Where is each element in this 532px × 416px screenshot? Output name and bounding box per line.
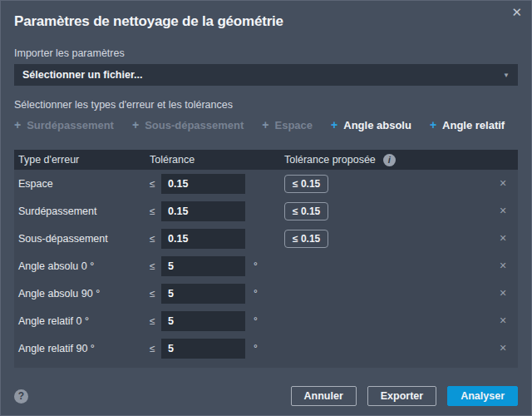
error-type-toggle-label: Sous-dépassement xyxy=(145,119,244,131)
proposed-tolerance-cell: ≤ 0.15 xyxy=(284,230,328,248)
error-type-toggle-bar: + Surdépassement + Sous-dépassement + Es… xyxy=(14,118,518,131)
tolerance-input[interactable] xyxy=(161,201,245,221)
table-row: Angle relatif 90 ° ≤ ° ✕ xyxy=(14,334,518,362)
operator-label: ≤ xyxy=(150,288,161,300)
tolerance-input[interactable] xyxy=(161,256,245,276)
error-type-label: Sous-dépassement xyxy=(18,233,150,245)
proposed-tolerance-cell: ≤ 0.15 xyxy=(284,202,328,220)
proposed-tolerance-cell: ≤ 0.15 xyxy=(284,175,328,193)
table-row: Angle absolu 90 ° ≤ ° ✕ xyxy=(14,280,518,307)
tolerance-input[interactable] xyxy=(161,339,245,359)
remove-row-icon[interactable]: ✕ xyxy=(495,206,511,216)
proposed-tolerance-button[interactable]: ≤ 0.15 xyxy=(284,175,328,193)
error-type-toggle[interactable]: + Espace xyxy=(262,118,313,131)
column-header-proposed: Tolérance proposée xyxy=(284,154,376,166)
error-type-label: Angle absolu 0 ° xyxy=(18,260,150,272)
plus-icon: + xyxy=(14,118,21,131)
error-type-toggle-label: Angle absolu xyxy=(343,119,411,131)
unit-label: ° xyxy=(245,288,284,300)
operator-label: ≤ xyxy=(150,233,161,245)
error-type-label: Angle absolu 90 ° xyxy=(18,288,150,300)
error-types-label: Sélectionner les types d'erreur et les t… xyxy=(14,99,518,111)
error-type-label: Angle relatif 0 ° xyxy=(18,315,150,327)
error-type-toggle[interactable]: + Sous-dépassement xyxy=(132,118,244,131)
table-header: Type d'erreur Tolérance Tolérance propos… xyxy=(14,150,518,170)
table-row: Angle absolu 0 ° ≤ ° ✕ xyxy=(14,252,518,280)
file-select-dropdown[interactable]: Sélectionner un fichier... ▼ xyxy=(14,64,518,86)
info-icon[interactable]: i xyxy=(383,154,396,166)
error-type-toggle-label: Surdépassement xyxy=(27,119,114,131)
table-row: Sous-dépassement ≤ ≤ 0.15 ✕ xyxy=(14,225,518,252)
table-row: Angle relatif 0 ° ≤ ° ✕ xyxy=(14,307,518,334)
operator-label: ≤ xyxy=(150,343,161,354)
table-body: Espace ≤ ≤ 0.15 ✕ Surdépassement ≤ ≤ 0.1… xyxy=(14,170,518,368)
analyze-button[interactable]: Analyser xyxy=(447,386,518,406)
unit-label: ° xyxy=(245,315,284,327)
plus-icon: + xyxy=(262,118,268,131)
proposed-tolerance-button[interactable]: ≤ 0.15 xyxy=(284,230,328,248)
column-header-tolerance: Tolérance xyxy=(150,154,284,166)
chevron-down-icon: ▼ xyxy=(503,72,510,79)
tolerance-input[interactable] xyxy=(161,174,245,194)
unit-label: ° xyxy=(245,343,284,354)
error-type-label: Surdépassement xyxy=(18,206,150,217)
dialog-footer: ? Annuler Exporter Analyser xyxy=(14,386,518,406)
plus-icon: + xyxy=(132,118,139,131)
error-type-label: Espace xyxy=(18,178,150,190)
remove-row-icon[interactable]: ✕ xyxy=(495,315,511,326)
table-row: Surdépassement ≤ ≤ 0.15 ✕ xyxy=(14,197,518,225)
import-parameters-label: Importer les paramètres xyxy=(14,47,518,59)
cancel-button[interactable]: Annuler xyxy=(291,386,357,406)
plus-icon: + xyxy=(430,118,436,131)
tolerance-input[interactable] xyxy=(161,311,245,331)
error-type-toggle-label: Espace xyxy=(275,119,313,131)
error-type-toggle[interactable]: + Angle absolu xyxy=(331,118,411,131)
remove-row-icon[interactable]: ✕ xyxy=(495,178,511,189)
tolerances-table: Type d'erreur Tolérance Tolérance propos… xyxy=(14,150,518,368)
operator-label: ≤ xyxy=(150,206,161,217)
proposed-tolerance-button[interactable]: ≤ 0.15 xyxy=(284,202,328,220)
remove-row-icon[interactable]: ✕ xyxy=(495,343,511,354)
operator-label: ≤ xyxy=(150,260,161,272)
table-row: Espace ≤ ≤ 0.15 ✕ xyxy=(14,170,518,197)
unit-label: ° xyxy=(245,260,284,272)
help-icon[interactable]: ? xyxy=(14,389,28,404)
error-type-toggle-label: Angle relatif xyxy=(442,119,505,131)
error-type-toggle[interactable]: + Surdépassement xyxy=(14,118,114,131)
error-type-toggle[interactable]: + Angle relatif xyxy=(430,118,505,131)
remove-row-icon[interactable]: ✕ xyxy=(495,260,511,271)
geometry-cleanup-dialog: ✕ Paramètres de nettoyage de la géométri… xyxy=(0,0,532,416)
remove-row-icon[interactable]: ✕ xyxy=(495,288,511,299)
tolerance-input[interactable] xyxy=(161,229,245,249)
error-type-label: Angle relatif 90 ° xyxy=(18,343,150,354)
close-icon[interactable]: ✕ xyxy=(511,6,522,18)
file-select-value: Sélectionner un fichier... xyxy=(22,69,503,81)
operator-label: ≤ xyxy=(150,178,161,190)
column-header-type: Type d'erreur xyxy=(18,154,150,166)
tolerance-input[interactable] xyxy=(161,284,245,304)
operator-label: ≤ xyxy=(150,315,161,327)
remove-row-icon[interactable]: ✕ xyxy=(495,233,511,244)
export-button[interactable]: Exporter xyxy=(367,386,436,406)
plus-icon: + xyxy=(331,118,337,131)
dialog-title: Paramètres de nettoyage de la géométrie xyxy=(14,12,518,30)
